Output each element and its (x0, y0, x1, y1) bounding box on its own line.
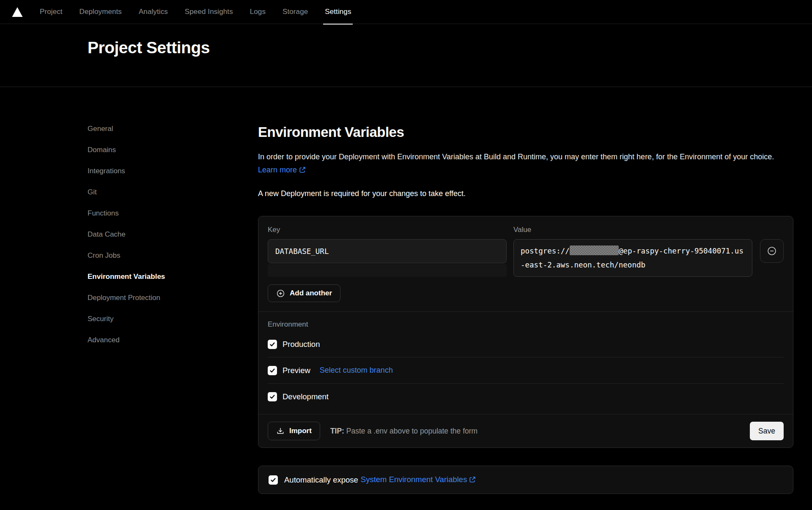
auto-expose-text: Automatically expose (284, 475, 358, 485)
sidebar-item-functions[interactable]: Functions (88, 209, 258, 218)
value-label: Value (513, 226, 752, 234)
section-description: In order to provide your Deployment with… (258, 150, 793, 177)
sidebar-item-deployment-protection[interactable]: Deployment Protection (88, 293, 258, 303)
auto-expose-card: Automatically expose System Environment … (258, 466, 793, 494)
sidebar-item-security[interactable]: Security (88, 314, 258, 324)
environment-section: Environment Production Preview Select cu… (268, 312, 784, 410)
vercel-logo-icon[interactable] (12, 7, 23, 17)
key-label: Key (268, 226, 507, 234)
learn-more-link[interactable]: Learn more (258, 166, 306, 174)
system-env-vars-link[interactable]: System Environment Variables (361, 475, 476, 485)
value-input[interactable]: postgres://@ep-raspy-cherry-95040071.us-… (513, 239, 752, 277)
sidebar-item-environment-variables[interactable]: Environment Variables (88, 272, 258, 281)
description-text: In order to provide your Deployment with… (258, 153, 774, 161)
nav-tab-project[interactable]: Project (40, 0, 63, 24)
nav-tab-deployments[interactable]: Deployments (80, 0, 122, 24)
deployment-note: A new Deployment is required for your ch… (258, 189, 793, 198)
section-heading: Environment Variables (258, 124, 793, 140)
environment-variables-card: Key Value DATABASE_URL postgres://@ep-ra… (258, 216, 793, 448)
select-custom-branch-link[interactable]: Select custom branch (320, 366, 393, 375)
key-input[interactable]: DATABASE_URL (268, 239, 507, 263)
sidebar-item-general[interactable]: General (88, 124, 258, 134)
external-link-icon (469, 476, 476, 485)
nav-tab-analytics[interactable]: Analytics (139, 0, 168, 24)
production-label: Production (283, 340, 320, 349)
sidebar-item-git[interactable]: Git (88, 188, 258, 197)
sidebar-item-domains[interactable]: Domains (88, 145, 258, 155)
nav-tab-logs[interactable]: Logs (250, 0, 266, 24)
key-input-dropdown-shadow (268, 264, 507, 277)
environment-row-development: Development (268, 384, 784, 410)
page-title: Project Settings (88, 38, 812, 57)
sidebar-item-advanced[interactable]: Advanced (88, 335, 258, 345)
plus-circle-icon (276, 289, 285, 298)
content-area: General Domains Integrations Git Functio… (0, 87, 812, 494)
environment-row-preview: Preview Select custom branch (268, 357, 784, 384)
redacted-secret (570, 245, 619, 255)
development-checkbox[interactable] (268, 392, 277, 401)
remove-variable-button[interactable] (760, 239, 784, 263)
value-prefix: postgres:// (521, 247, 570, 255)
sidebar-item-data-cache[interactable]: Data Cache (88, 230, 258, 239)
environment-row-production: Production (268, 331, 784, 357)
minus-circle-icon (767, 246, 777, 256)
environment-label: Environment (268, 320, 784, 329)
auto-expose-checkbox[interactable] (269, 475, 278, 485)
development-label: Development (283, 392, 329, 401)
production-checkbox[interactable] (268, 340, 277, 349)
add-another-label: Add another (290, 289, 332, 297)
tip-text: TIP: Paste a .env above to populate the … (330, 427, 477, 436)
save-button[interactable]: Save (750, 422, 784, 440)
sidebar-item-cron-jobs[interactable]: Cron Jobs (88, 251, 258, 260)
import-button[interactable]: Import (268, 422, 320, 440)
page-header: Project Settings (0, 24, 812, 87)
external-link-icon (299, 164, 306, 177)
nav-tab-settings[interactable]: Settings (325, 0, 351, 24)
sidebar-item-integrations[interactable]: Integrations (88, 166, 258, 176)
settings-sidebar: General Domains Integrations Git Functio… (88, 124, 258, 494)
preview-checkbox[interactable] (268, 366, 277, 375)
nav-tab-storage[interactable]: Storage (283, 0, 308, 24)
main-panel: Environment Variables In order to provid… (258, 124, 793, 494)
card-footer: Import TIP: Paste a .env above to popula… (258, 414, 793, 447)
top-navigation: Project Deployments Analytics Speed Insi… (0, 0, 812, 24)
preview-label: Preview (283, 366, 310, 375)
nav-tab-speed-insights[interactable]: Speed Insights (185, 0, 233, 24)
import-label: Import (289, 427, 312, 435)
download-icon (276, 427, 285, 435)
add-another-button[interactable]: Add another (268, 284, 340, 302)
